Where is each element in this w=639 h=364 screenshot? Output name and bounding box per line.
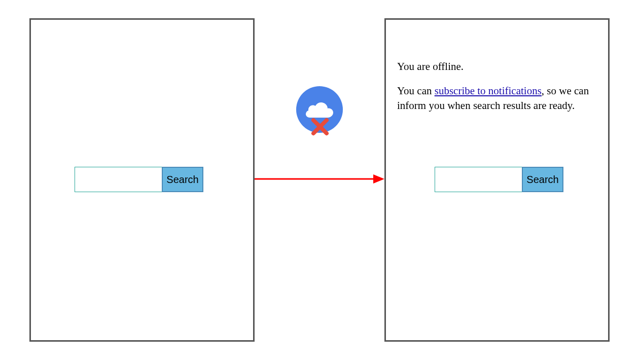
- right-arrow-icon: [255, 172, 384, 186]
- cloud-offline-icon: [296, 86, 343, 133]
- search-button[interactable]: Search: [162, 167, 203, 192]
- svg-marker-1: [373, 174, 384, 184]
- panel-before: Search: [29, 18, 255, 342]
- cross-icon: [311, 118, 329, 136]
- offline-prefix: You can: [397, 85, 435, 97]
- offline-message: You are offline. You can subscribe to no…: [397, 59, 597, 123]
- search-input[interactable]: [435, 167, 522, 192]
- cloud-icon: [305, 100, 334, 119]
- search-input[interactable]: [75, 167, 162, 192]
- offline-line2: You can subscribe to notifications, so w…: [397, 84, 597, 113]
- search-group: Search: [75, 167, 203, 192]
- search-group: Search: [435, 167, 563, 192]
- subscribe-link[interactable]: subscribe to notifications: [435, 85, 542, 97]
- panel-after: You are offline. You can subscribe to no…: [384, 18, 610, 342]
- offline-line1: You are offline.: [397, 59, 597, 74]
- search-button[interactable]: Search: [522, 167, 563, 192]
